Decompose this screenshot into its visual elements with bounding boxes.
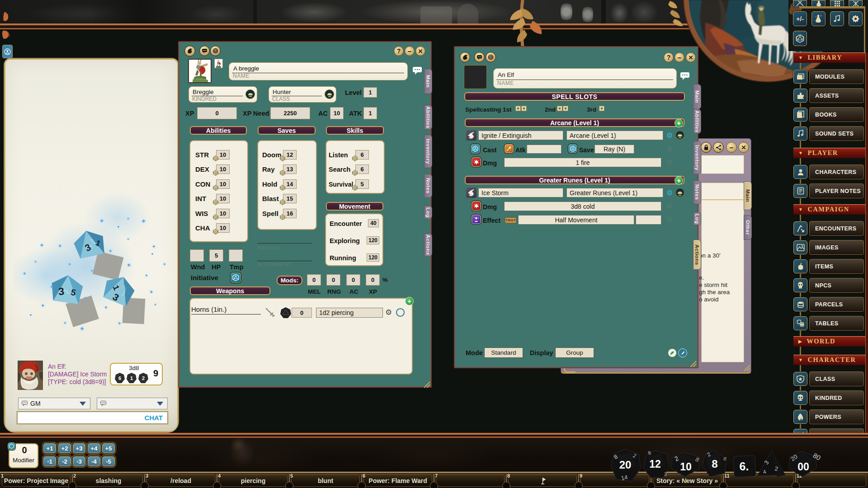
svg-text:20: 20 <box>619 459 632 471</box>
svg-text:2: 2 <box>142 375 145 381</box>
svg-text:6.: 6. <box>740 460 749 473</box>
svg-text:1: 1 <box>130 375 133 381</box>
svg-text:00: 00 <box>797 461 809 473</box>
svg-text:6: 6 <box>118 375 121 381</box>
svg-text:10: 10 <box>680 461 692 473</box>
svg-text:8: 8 <box>712 458 717 470</box>
svg-text:14: 14 <box>621 474 628 482</box>
svg-text:3: 3 <box>664 471 667 477</box>
svg-text:3: 3 <box>58 285 65 297</box>
svg-text:12: 12 <box>649 458 661 470</box>
